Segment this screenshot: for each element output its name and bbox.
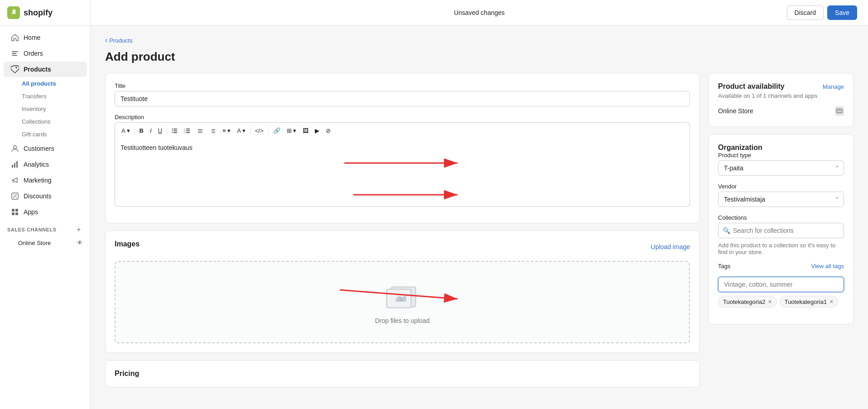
marketing-icon bbox=[11, 176, 19, 184]
svg-rect-17 bbox=[174, 129, 177, 130]
svg-rect-19 bbox=[174, 132, 177, 133]
image-btn[interactable]: 🖼 bbox=[300, 125, 311, 136]
sidebar-subitem-all-products[interactable]: All products bbox=[4, 77, 87, 90]
breadcrumb-link[interactable]: Products bbox=[105, 36, 133, 44]
toolbar-divider-3 bbox=[250, 127, 251, 135]
tags-list: Tuotekategoria2 × Tuotekategoria1 × bbox=[718, 296, 844, 308]
channel-row: Online Store bbox=[718, 105, 844, 117]
pricing-title: Pricing bbox=[115, 370, 139, 377]
font-color-btn[interactable]: A ▾ bbox=[234, 125, 248, 136]
sidebar-subitem-collections[interactable]: Collections bbox=[4, 115, 87, 128]
sidebar-item-products[interactable]: Products bbox=[4, 62, 87, 77]
svg-rect-29 bbox=[198, 129, 203, 130]
svg-rect-18 bbox=[174, 130, 177, 131]
availability-title: Product availability bbox=[718, 82, 785, 91]
images-header: Images Upload image bbox=[115, 240, 690, 254]
more-btn[interactable]: ⊘ bbox=[323, 125, 333, 136]
products-icon bbox=[11, 65, 19, 73]
svg-point-22 bbox=[172, 132, 173, 133]
svg-rect-16 bbox=[15, 212, 18, 215]
sidebar-item-analytics[interactable]: Analytics bbox=[4, 157, 87, 172]
collections-label: Collections bbox=[718, 214, 844, 221]
title-label: Title bbox=[115, 82, 690, 89]
collections-help-text: Add this product to a collection so it's… bbox=[718, 242, 844, 255]
discounts-icon bbox=[11, 192, 19, 200]
description-label: Description bbox=[115, 114, 690, 120]
sidebar-item-apps[interactable]: Apps bbox=[4, 204, 87, 220]
drop-zone[interactable]: Drop files to upload bbox=[115, 261, 690, 343]
collections-search-icon: 🔍 bbox=[723, 227, 730, 234]
collections-search-input[interactable] bbox=[718, 223, 844, 238]
sidebar-item-customers[interactable]: Customers bbox=[4, 141, 87, 156]
description-field-group: Description A ▾ B I U bbox=[115, 114, 690, 207]
sidebar-subitem-gift-cards[interactable]: Gift cards bbox=[4, 128, 87, 140]
product-type-select[interactable]: T-paita bbox=[718, 160, 844, 176]
add-sales-channel-button[interactable]: + bbox=[75, 226, 83, 234]
description-editor[interactable]: Testituotteen tuotekuvaus bbox=[115, 139, 690, 207]
video-btn[interactable]: ▶ bbox=[312, 125, 322, 136]
vendor-label: Vendor bbox=[718, 183, 844, 190]
tag-remove-0[interactable]: × bbox=[768, 298, 772, 305]
title-field-group: Title bbox=[115, 82, 690, 106]
svg-rect-6 bbox=[12, 165, 13, 168]
sidebar-item-online-store[interactable]: Online Store 👁 bbox=[0, 236, 90, 250]
channel-name: Online Store bbox=[718, 107, 753, 115]
indent-right-btn[interactable] bbox=[207, 126, 219, 136]
logo-text: shopify bbox=[24, 8, 53, 18]
ol-btn[interactable]: 123 bbox=[182, 126, 193, 136]
svg-rect-24 bbox=[186, 130, 190, 131]
collections-group: Collections 🔍 Add this product to a coll… bbox=[718, 214, 844, 255]
sidebar-item-discounts[interactable]: Discounts bbox=[4, 188, 87, 204]
indent-left-btn[interactable] bbox=[194, 126, 206, 136]
upload-image-link[interactable]: Upload image bbox=[651, 243, 690, 250]
code-btn[interactable]: </> bbox=[252, 125, 266, 136]
manage-link[interactable]: Manage bbox=[823, 83, 844, 90]
customers-icon bbox=[11, 144, 19, 153]
shopify-logo-icon bbox=[7, 6, 20, 19]
svg-point-5 bbox=[14, 146, 17, 149]
topbar-actions: Discard Save bbox=[787, 5, 857, 20]
sidebar-item-orders[interactable]: Orders bbox=[4, 46, 87, 61]
svg-point-11 bbox=[13, 194, 14, 195]
view-all-tags-link[interactable]: View all tags bbox=[811, 263, 844, 269]
svg-rect-34 bbox=[212, 132, 215, 133]
main-content: Products Add product Title Description bbox=[91, 25, 868, 409]
align-btn[interactable]: ≡ ▾ bbox=[220, 125, 233, 136]
pricing-card: Pricing bbox=[105, 360, 699, 387]
sales-channels-header: SALES CHANNELS + bbox=[0, 220, 90, 236]
italic-btn[interactable]: I bbox=[147, 125, 154, 136]
ul-btn[interactable] bbox=[169, 126, 181, 136]
title-input[interactable] bbox=[115, 91, 690, 106]
main-nav: Home Orders Products All products bbox=[0, 26, 90, 254]
topbar: Unsaved changes Discard Save bbox=[91, 0, 868, 25]
underline-btn[interactable]: U bbox=[155, 125, 165, 136]
link-btn[interactable]: 🔗 bbox=[270, 125, 283, 136]
sidebar-subitem-inventory[interactable]: Inventory bbox=[4, 103, 87, 115]
svg-rect-13 bbox=[12, 209, 14, 212]
save-button[interactable]: Save bbox=[827, 5, 857, 20]
tags-input[interactable] bbox=[718, 277, 844, 292]
vendor-group: Vendor Testivalmistaja ⌃ bbox=[718, 183, 844, 207]
svg-point-20 bbox=[172, 128, 173, 129]
logo: shopify bbox=[0, 0, 90, 26]
svg-point-4 bbox=[16, 67, 17, 68]
product-type-label: Product type bbox=[718, 152, 844, 159]
tag-remove-1[interactable]: × bbox=[829, 298, 833, 305]
tag-badge-1: Tuotekategoria1 × bbox=[780, 296, 839, 308]
organization-title: Organization bbox=[718, 144, 762, 151]
analytics-icon bbox=[11, 160, 19, 168]
sidebar-subitem-transfers[interactable]: Transfers bbox=[4, 90, 87, 102]
toolbar-divider-2 bbox=[167, 127, 167, 135]
discard-button[interactable]: Discard bbox=[787, 5, 824, 20]
sidebar-item-home[interactable]: Home bbox=[4, 30, 87, 45]
product-details-card: Title Description A ▾ B I U bbox=[105, 73, 699, 223]
vendor-select[interactable]: Testivalmistaja bbox=[718, 192, 844, 207]
home-icon bbox=[11, 34, 19, 42]
table-btn[interactable]: ⊞ ▾ bbox=[284, 125, 299, 136]
bold-btn[interactable]: B bbox=[137, 125, 146, 136]
font-btn[interactable]: A ▾ bbox=[119, 125, 133, 136]
tags-group: Tags View all tags Tuotekategoria2 × bbox=[718, 263, 844, 308]
product-type-group: Product type T-paita ⌃ bbox=[718, 152, 844, 176]
organization-card: Organization Product type T-paita ⌃ bbox=[709, 134, 854, 324]
sidebar-item-marketing[interactable]: Marketing bbox=[4, 173, 87, 188]
